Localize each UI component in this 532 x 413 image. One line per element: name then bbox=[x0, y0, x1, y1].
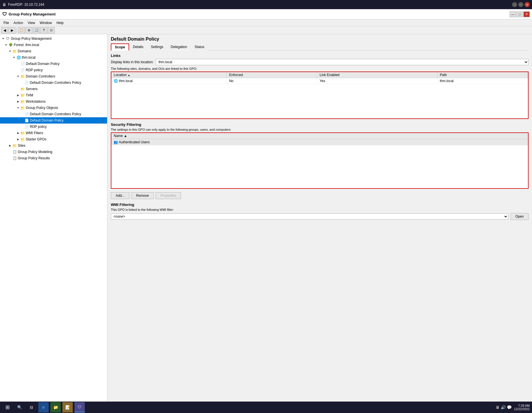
wmi-header: WMI Filtering bbox=[111, 202, 529, 207]
menu-file[interactable]: File bbox=[1, 20, 11, 25]
win-minimize-btn[interactable]: — bbox=[510, 11, 516, 17]
menu-action[interactable]: Action bbox=[11, 20, 25, 25]
expand-default-domain-policy bbox=[16, 62, 20, 66]
start-btn[interactable]: ⊞ bbox=[2, 402, 13, 403]
properties-btn[interactable]: Properties bbox=[155, 192, 181, 199]
gpo-default-domain-icon: 📄 bbox=[24, 118, 29, 123]
links-header: Links bbox=[111, 53, 529, 58]
workstations-icon: 📁 bbox=[20, 99, 25, 104]
tree-item-default-domain-policy[interactable]: 📄 Default Domain Policy bbox=[0, 61, 107, 67]
tree-item-domains[interactable]: ▼ 📁 Domains bbox=[0, 48, 107, 54]
win-restore-btn[interactable]: □ bbox=[517, 11, 523, 17]
folder-taskbar-btn[interactable]: 📁 bbox=[50, 402, 61, 403]
expand-rdp-policy bbox=[16, 68, 20, 72]
expand-thm[interactable]: ▶ bbox=[16, 93, 20, 97]
notes-taskbar-btn[interactable]: 📝 bbox=[62, 402, 73, 403]
toolbar-back-btn[interactable]: ◀ bbox=[1, 27, 8, 33]
tree-label-sites: Sites bbox=[18, 144, 25, 148]
app-window: 🛡 Group Policy Management — □ ✕ File Act… bbox=[0, 9, 532, 403]
tree-item-workstations[interactable]: ▶ 📁 Workstations bbox=[0, 98, 107, 105]
security-table-row[interactable]: 👥 Authenticated Users bbox=[111, 139, 528, 146]
location-icon: 🌐 bbox=[114, 79, 118, 83]
tree-label-servers: Servers bbox=[26, 87, 38, 91]
expand-sites[interactable]: ▶ bbox=[8, 144, 12, 148]
freerdp-maximize-btn[interactable]: □ bbox=[518, 2, 523, 7]
tab-status[interactable]: Status bbox=[191, 43, 208, 51]
tab-details[interactable]: Details bbox=[129, 43, 147, 51]
remove-btn[interactable]: Remove bbox=[131, 192, 154, 199]
tree-item-wmi-filters[interactable]: ▶ 📁 WMI Filters bbox=[0, 130, 107, 136]
toolbar-refresh-btn[interactable]: 🔄 bbox=[33, 27, 40, 33]
default-domain-policy-icon: 📄 bbox=[20, 61, 25, 66]
tree-item-gp-modeling[interactable]: 📋 Group Policy Modeling bbox=[0, 149, 107, 155]
tree-label-forest: Forest: thm.local bbox=[14, 43, 39, 47]
tab-scope[interactable]: Scope bbox=[111, 43, 129, 51]
col-location[interactable]: Location ▲ bbox=[111, 72, 227, 78]
tree-item-rdp-policy[interactable]: 📄 RDP policy bbox=[0, 67, 107, 73]
tab-delegation[interactable]: Delegation bbox=[167, 43, 191, 51]
add-btn[interactable]: Add... bbox=[111, 192, 129, 199]
menu-window[interactable]: Window bbox=[38, 20, 54, 25]
expand-starter-gpos[interactable]: ▶ bbox=[16, 137, 20, 141]
task-view-btn[interactable]: ⊟ bbox=[26, 402, 37, 403]
gpo-rdp-icon: 📄 bbox=[24, 124, 29, 129]
expand-gpo-objects[interactable]: ▼ bbox=[16, 106, 20, 110]
win-close-btn[interactable]: ✕ bbox=[523, 11, 530, 17]
security-desc: The settings in this GPO can only apply … bbox=[111, 128, 529, 131]
expand-domain-controllers[interactable]: ▼ bbox=[16, 74, 20, 78]
col-enforced[interactable]: Enforced bbox=[227, 72, 317, 78]
tree-item-gp-results[interactable]: 📋 Group Policy Results bbox=[0, 155, 107, 161]
tree-label-starter-gpos: Starter GPOs bbox=[26, 137, 46, 141]
freerdp-minimize-btn[interactable]: — bbox=[512, 2, 517, 7]
wmi-open-btn[interactable]: Open bbox=[511, 213, 529, 220]
search-btn[interactable]: 🔍 bbox=[14, 402, 25, 403]
menu-help[interactable]: Help bbox=[54, 20, 66, 25]
security-table-box: Name ▲ 👥 Authenticated Users bbox=[111, 132, 529, 189]
expand-gpm-root[interactable]: ▼ bbox=[1, 37, 5, 41]
wmi-filters-icon: 📁 bbox=[20, 130, 25, 136]
tree-item-sites[interactable]: ▶ 📁 Sites bbox=[0, 142, 107, 149]
freerdp-close-btn[interactable]: ✕ bbox=[525, 2, 530, 7]
expand-wmi-filters[interactable]: ▶ bbox=[16, 131, 20, 135]
tree-label-gpo-dc-policy: Default Domain Controllers Policy bbox=[30, 112, 81, 116]
links-dropdown-label: Display links in this location: bbox=[111, 60, 153, 64]
col-name[interactable]: Name ▲ bbox=[111, 133, 528, 139]
tree-item-gpo-default-domain[interactable]: 📄 Default Domain Policy bbox=[0, 117, 107, 124]
menu-view[interactable]: View bbox=[25, 20, 38, 25]
tree-item-gpm-root[interactable]: ▼ 🛡 Group Policy Management bbox=[0, 35, 107, 42]
tree-item-gpo-dc-policy[interactable]: 📄 Default Domain Controllers Policy bbox=[0, 111, 107, 117]
tree-item-starter-gpos[interactable]: ▶ 📁 Starter GPOs bbox=[0, 136, 107, 142]
toolbar-help-btn[interactable]: ? bbox=[40, 27, 47, 33]
expand-thm-local[interactable]: ▼ bbox=[12, 55, 16, 59]
tree-label-gpo-objects: Group Policy Objects bbox=[26, 106, 58, 110]
freerdp-icon: 🖥 bbox=[2, 2, 6, 7]
tree-item-domain-controllers[interactable]: ▼ 📁 Domain Controllers bbox=[0, 73, 107, 80]
tree-item-gpo-objects[interactable]: ▼ 📁 Group Policy Objects bbox=[0, 105, 107, 111]
toolbar-show-console-btn[interactable]: 📋 bbox=[18, 27, 25, 33]
table-row[interactable]: 🌐 thm.local No Yes thm.local bbox=[111, 78, 528, 84]
tree-item-dc-policy-under-dc[interactable]: 📄 Default Domain Controllers Policy bbox=[0, 80, 107, 86]
gp-results-icon: 📋 bbox=[12, 156, 17, 161]
tree-item-forest[interactable]: ▼ 🌳 Forest: thm.local bbox=[0, 42, 107, 48]
cell-path: thm.local bbox=[437, 78, 528, 84]
tab-settings[interactable]: Settings bbox=[147, 43, 167, 51]
tree-item-thm[interactable]: ▶ 📁 THM bbox=[0, 92, 107, 98]
toolbar-forward-btn[interactable]: ▶ bbox=[9, 27, 15, 33]
gpm-taskbar-btn[interactable]: 🛡 bbox=[74, 402, 85, 403]
tree-item-thm-local[interactable]: ▼ 🌐 thm.local bbox=[0, 54, 107, 61]
toolbar-toggle-btn[interactable]: ⊞ bbox=[25, 27, 32, 33]
col-path[interactable]: Path bbox=[437, 72, 528, 78]
expand-forest[interactable]: ▼ bbox=[4, 43, 8, 47]
tree-label-workstations: Workstations bbox=[26, 100, 46, 104]
wmi-filter-dropdown[interactable]: <none> bbox=[111, 213, 508, 220]
links-location-dropdown[interactable]: thm.local bbox=[156, 59, 529, 65]
wmi-controls-row: <none> Open bbox=[111, 213, 529, 220]
tree-item-gpo-rdp[interactable]: 📄 RDP policy bbox=[0, 124, 107, 130]
col-link-enabled[interactable]: Link Enabled bbox=[317, 72, 438, 78]
expand-workstations[interactable]: ▶ bbox=[16, 100, 20, 104]
tree-item-servers[interactable]: 📁 Servers bbox=[0, 86, 107, 92]
ie-taskbar-btn[interactable]: e bbox=[38, 402, 49, 403]
expand-domains[interactable]: ▼ bbox=[8, 49, 12, 53]
toolbar-properties-btn[interactable]: ⊡ bbox=[48, 27, 55, 33]
window-title: Group Policy Management bbox=[9, 12, 56, 16]
